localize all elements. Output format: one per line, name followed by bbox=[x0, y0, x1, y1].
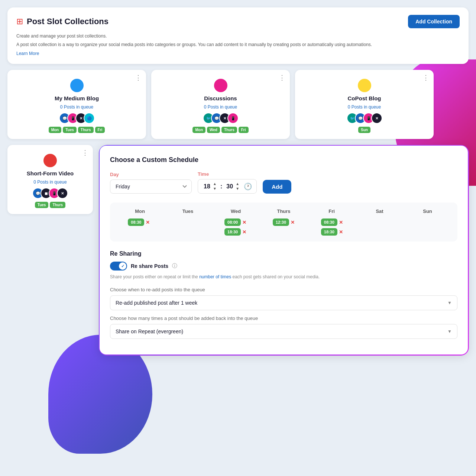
collection-queue-medium-blog: 0 Posts in queue bbox=[60, 104, 93, 110]
day-badge-thurs: Thurs bbox=[78, 127, 94, 133]
hour-down-button[interactable]: ▼ bbox=[212, 187, 217, 191]
collection-title-short-form: Short-Form Video bbox=[27, 170, 74, 177]
collection-dot-short-form bbox=[43, 154, 57, 167]
minute-value: 30 bbox=[225, 183, 234, 190]
queue-label: Choose when to re-add posts into the que… bbox=[110, 287, 457, 292]
queue-value: Re-add published post after 1 week bbox=[116, 300, 197, 306]
title-group: ⊞ Post Slot Collections bbox=[16, 17, 109, 26]
day-badge-thurs2: Thurs bbox=[221, 127, 237, 133]
time-badge-mon-0830: 08:30 bbox=[128, 218, 144, 226]
remove-slot-fri-0830[interactable]: ✕ bbox=[339, 220, 343, 225]
time-slot-thurs-1230: 12:30 ✕ bbox=[273, 218, 295, 226]
day-col-wed: 08:00 ✕ 18:30 ✕ bbox=[213, 218, 259, 236]
panel-header: ⊞ Post Slot Collections Add Collection bbox=[16, 15, 460, 28]
remove-slot-thurs-1230[interactable]: ✕ bbox=[291, 220, 295, 225]
card-menu-button-copost[interactable]: ⋮ bbox=[422, 74, 429, 81]
remove-slot-wed-1830[interactable]: ✕ bbox=[242, 229, 246, 235]
collection-card-short-form: ⋮ Short-Form Video 0 Posts in queue 💬 ◼ … bbox=[7, 145, 93, 214]
card-days-discussions: Mon Wed Thurs Fri bbox=[192, 127, 248, 133]
time-badge-fri-0830: 08:30 bbox=[321, 218, 337, 226]
time-field: 18 ▲ ▼ : 30 ▲ ▼ bbox=[198, 179, 257, 194]
col-header-fri: Fri bbox=[308, 208, 356, 214]
collection-dot-medium-blog bbox=[70, 79, 84, 92]
avatar-4: 🔵 bbox=[84, 113, 95, 124]
collection-card-discussions: ⋮ Discussions 0 Posts in queue 🐦 💬 ✕ 📱 M… bbox=[151, 70, 290, 139]
clock-icon: 🕐 bbox=[244, 182, 252, 191]
day-col-thurs: 12:30 ✕ bbox=[261, 218, 307, 226]
avatar-group-copost: 🐦 💬 📱 ✕ bbox=[347, 113, 382, 124]
add-collection-button[interactable]: Add Collection bbox=[408, 15, 460, 28]
time-badge-fri-1830: 18:30 bbox=[321, 228, 337, 236]
time-slot-wed-1830: 18:30 ✕ bbox=[224, 228, 246, 236]
minute-down-button[interactable]: ▼ bbox=[235, 187, 240, 191]
avatar-d4: 📱 bbox=[227, 113, 239, 124]
time-colon: : bbox=[220, 183, 222, 190]
collections-row: ⋮ My Medium Blog 0 Posts in queue 💬 📱 ✕ … bbox=[7, 70, 469, 139]
remove-slot-mon-0830[interactable]: ✕ bbox=[146, 220, 150, 225]
collection-dot-copost bbox=[358, 79, 371, 92]
day-badge-fri: Fri bbox=[95, 127, 105, 133]
hour-value: 18 bbox=[203, 183, 211, 190]
col-header-sat: Sat bbox=[356, 208, 404, 214]
col-header-thurs: Thurs bbox=[260, 208, 308, 214]
collection-queue-short-form: 0 Posts in queue bbox=[33, 179, 67, 185]
remove-slot-fri-1830[interactable]: ✕ bbox=[339, 229, 343, 235]
time-slot-mon-0830: 08:30 ✕ bbox=[128, 218, 150, 226]
day-badge-tues: Tues bbox=[63, 127, 77, 133]
collection-card-copost-blog: ⋮ CoPost Blog 0 Posts in queue 🐦 💬 📱 ✕ S… bbox=[295, 70, 434, 139]
repeat-dropdown-arrow: ▼ bbox=[447, 329, 452, 334]
avatar-group-discussions: 🐦 💬 ✕ 📱 bbox=[203, 113, 239, 124]
collection-card-medium-blog: ⋮ My Medium Blog 0 Posts in queue 💬 📱 ✕ … bbox=[7, 70, 146, 139]
collection-title-discussions: Discussions bbox=[204, 95, 237, 101]
time-badge-wed-0800: 08:00 bbox=[224, 218, 241, 226]
reshare-toggle[interactable]: ✓ bbox=[110, 262, 127, 271]
time-badge-thurs-1230: 12:30 bbox=[273, 218, 289, 226]
schedule-table-header: Mon Tues Wed Thurs Fri Sat Sun bbox=[116, 208, 451, 214]
repeat-field-section: Choose how many times a post should be a… bbox=[110, 315, 457, 339]
schedule-table: Mon Tues Wed Thurs Fri Sat Sun 08:30 ✕ bbox=[110, 203, 457, 242]
day-badge-sun: Sun bbox=[358, 127, 370, 133]
repeat-label: Choose how many times a post should be a… bbox=[110, 315, 457, 321]
collection-title-copost: CoPost Blog bbox=[348, 95, 381, 101]
time-field-group: Time 18 ▲ ▼ : 30 bbox=[198, 171, 257, 194]
avatar-group-short-form: 💬 ◼ 📱 ✕ bbox=[32, 188, 68, 199]
hour-up-button[interactable]: ▲ bbox=[212, 182, 217, 186]
toggle-row: ✓ Re share Posts ⓘ bbox=[110, 262, 457, 271]
toggle-knob: ✓ bbox=[119, 262, 126, 270]
day-col-mon: 08:30 ✕ bbox=[116, 218, 162, 226]
card-menu-button-short-form[interactable]: ⋮ bbox=[82, 149, 88, 156]
minute-up-button[interactable]: ▲ bbox=[235, 182, 240, 186]
collection-dot-discussions bbox=[214, 79, 227, 92]
col-header-sun: Sun bbox=[404, 208, 451, 214]
description-line1: Create and manage your post slot collect… bbox=[16, 33, 460, 40]
time-slot-fri-0830: 08:30 ✕ bbox=[321, 218, 343, 226]
day-select[interactable]: Friday Monday Tuesday Wednesday Thursday… bbox=[110, 179, 192, 194]
repeat-value: Share on Repeat (evergreen) bbox=[116, 328, 183, 334]
add-time-button[interactable]: Add bbox=[263, 180, 291, 194]
description-line2: A post slot collection is a way to organ… bbox=[16, 41, 460, 48]
card-menu-button-discussions[interactable]: ⋮ bbox=[279, 74, 285, 81]
resharing-section: Re Sharing ✓ Re share Posts ⓘ Share your… bbox=[110, 250, 457, 339]
queue-field-section: Choose when to re-add posts into the que… bbox=[110, 287, 457, 310]
info-icon: ⓘ bbox=[172, 263, 177, 269]
schedule-title: Choose a Custom Schedule bbox=[110, 156, 457, 164]
queue-dropdown[interactable]: Re-add published post after 1 week ▼ bbox=[110, 295, 457, 310]
avatar-sf4: ✕ bbox=[57, 188, 68, 199]
learn-more-link[interactable]: Learn More bbox=[16, 51, 39, 56]
card-menu-button-medium-blog[interactable]: ⋮ bbox=[135, 74, 142, 81]
resharing-title: Re Sharing bbox=[110, 250, 457, 257]
hour-spinner: 18 ▲ ▼ bbox=[203, 182, 217, 191]
col-header-tues: Tues bbox=[164, 208, 212, 214]
toggle-check-icon: ✓ bbox=[121, 264, 124, 269]
toggle-label: Re share Posts bbox=[131, 263, 168, 269]
day-badge-mon: Mon bbox=[49, 127, 62, 133]
minute-spinner: 30 ▲ ▼ bbox=[225, 182, 240, 191]
repeat-dropdown[interactable]: Share on Repeat (evergreen) ▼ bbox=[110, 324, 457, 339]
time-label: Time bbox=[198, 171, 257, 177]
card-days-short-form: Tues Thurs bbox=[35, 202, 65, 208]
time-slot-wed-0800: 08:00 ✕ bbox=[224, 218, 246, 226]
remove-slot-wed-0800[interactable]: ✕ bbox=[242, 220, 246, 225]
bottom-area: ⋮ Short-Form Video 0 Posts in queue 💬 ◼ … bbox=[7, 145, 469, 355]
avatar-c4: ✕ bbox=[371, 113, 382, 124]
col-header-mon: Mon bbox=[116, 208, 164, 214]
